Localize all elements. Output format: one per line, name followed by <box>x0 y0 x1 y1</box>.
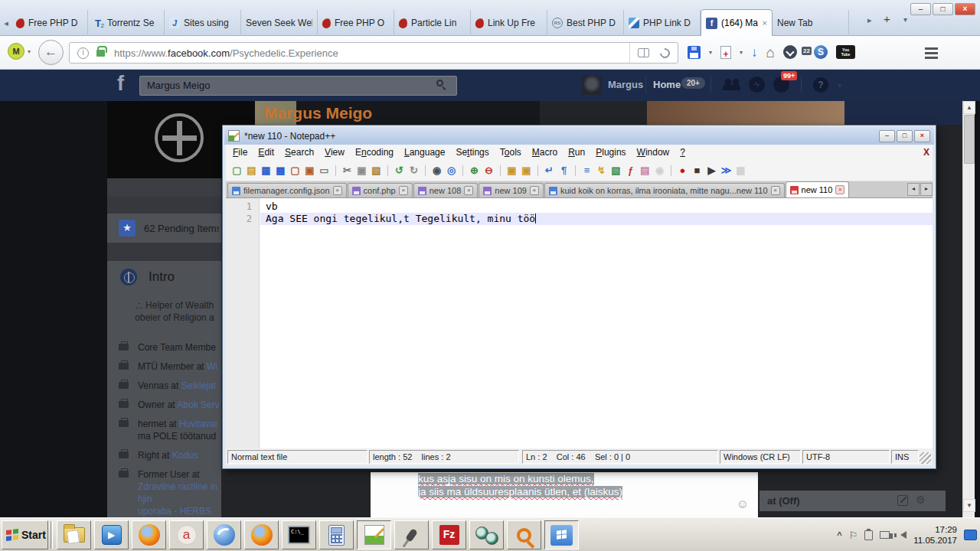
taskbar-command-prompt[interactable] <box>282 520 316 549</box>
back-button[interactable]: ← <box>38 40 64 65</box>
network-tray-icon[interactable] <box>880 531 890 539</box>
about-link-2[interactable]: uporaba - HERBS <box>138 506 211 517</box>
macro-stop-icon[interactable]: ■ <box>690 164 704 178</box>
menu-hamburger-icon[interactable] <box>925 47 938 50</box>
maximize-button[interactable]: □ <box>897 130 913 142</box>
tab-best-php-d[interactable]: Best PHP D <box>547 10 624 36</box>
menu-plugins[interactable]: Plugins <box>590 147 631 158</box>
doc-close-x[interactable]: X <box>923 147 929 158</box>
paste-icon[interactable]: ▧ <box>369 164 384 178</box>
reader-mode-icon[interactable] <box>638 48 649 57</box>
status-eol-format[interactable]: Windows (CR LF) <box>720 450 801 464</box>
page-info-icon[interactable]: i <box>77 47 89 59</box>
status-insert-mode[interactable]: INS <box>891 450 919 464</box>
show-all-characters-icon[interactable]: ¶ <box>557 164 571 178</box>
resize-grip[interactable] <box>920 452 931 464</box>
taskbar-notepadpp[interactable] <box>357 520 391 549</box>
open-file-icon[interactable]: ▤ <box>244 164 259 178</box>
taskbar-microphone[interactable] <box>394 520 429 549</box>
indent-guide-icon[interactable]: ≡ <box>580 164 594 178</box>
save-caret-icon[interactable]: ▾ <box>709 49 712 56</box>
https-lock-icon[interactable] <box>96 50 105 57</box>
tab-php-link-d[interactable]: PHP Link D <box>624 10 701 36</box>
tab-scroll-left-icon[interactable]: ◂ <box>907 183 920 196</box>
friend-requests-icon[interactable] <box>723 79 743 91</box>
url-bar[interactable]: i https://www.facebook.com/Psychedelic.E… <box>69 42 678 64</box>
scroll-down-icon[interactable]: ▼ <box>963 499 975 512</box>
about-link[interactable]: Abok Serv <box>177 399 219 410</box>
menu-settings[interactable]: Settings <box>450 147 494 158</box>
close-button[interactable]: × <box>955 3 975 15</box>
youtube-icon[interactable] <box>836 45 855 59</box>
start-button[interactable]: Start <box>2 520 48 549</box>
copy-icon[interactable]: ▣ <box>354 164 369 178</box>
menu-view[interactable]: View <box>319 147 350 158</box>
folder-as-workspace-icon[interactable]: ▤ <box>638 164 652 178</box>
notepadpp-title-bar[interactable]: *new 110 - Notepad++ – □ × <box>224 127 934 145</box>
facebook-logo[interactable]: f <box>117 72 124 96</box>
scrollbar-thumb[interactable] <box>964 115 975 164</box>
extension-caret-icon[interactable]: ▾ <box>28 48 31 55</box>
shortcut-mapper-icon[interactable]: ↯ <box>594 164 609 178</box>
taskbar-calculator[interactable] <box>319 520 354 549</box>
tab-scroll-left-icon[interactable]: ◂ <box>1 14 11 32</box>
editor-line[interactable]: Aga SEE ongi tegelikul,t Tegelikult, min… <box>260 213 933 225</box>
zoom-out-icon[interactable]: ⊖ <box>482 164 496 178</box>
search-icon[interactable] <box>436 80 443 86</box>
print-icon[interactable]: ▭ <box>317 164 332 178</box>
messenger-icon[interactable] <box>749 77 765 93</box>
tab-close-icon[interactable]: × <box>530 186 539 195</box>
about-link[interactable]: Wi <box>207 361 217 372</box>
macro-record-icon[interactable]: ● <box>675 164 690 178</box>
tab-close-icon[interactable]: × <box>835 185 844 194</box>
tab-particle-lin[interactable]: Particle Lin <box>394 10 471 36</box>
minimize-button[interactable]: – <box>879 130 895 142</box>
url-text[interactable]: https://www.facebook.com/Psychedelic.Exp… <box>114 47 338 59</box>
menu-edit[interactable]: Edit <box>253 147 279 158</box>
taskbar-explorer[interactable] <box>57 520 91 549</box>
menu-file[interactable]: File <box>227 147 253 158</box>
action-center-flag-icon[interactable]: ⚐ <box>849 530 858 541</box>
editor-line[interactable]: vb <box>260 201 933 213</box>
account-caret-icon[interactable]: ▾ <box>838 81 841 90</box>
tab-torrentz[interactable]: Torrentz Se <box>88 10 165 36</box>
redo-icon[interactable]: ↻ <box>407 164 421 178</box>
menu-search[interactable]: Search <box>279 147 319 158</box>
tab-close-icon[interactable]: × <box>399 186 408 195</box>
tab-close-icon[interactable]: × <box>763 18 767 28</box>
tab-new-tab[interactable]: New Tab <box>773 10 849 36</box>
clock[interactable]: 17:29 11.05.2017 <box>913 524 957 546</box>
profile-link[interactable]: Margus <box>608 79 643 90</box>
undo-icon[interactable]: ↺ <box>392 164 407 178</box>
close-button[interactable]: × <box>914 130 930 142</box>
tab-seven-seek[interactable]: Seven Seek Wel <box>241 10 318 36</box>
sync-vertical-icon[interactable]: ▣ <box>505 164 519 178</box>
taskbar-firefox[interactable] <box>132 520 166 549</box>
pending-items-card[interactable]: ★ 62 Pending Items <box>107 214 221 243</box>
taskbar-filezilla[interactable] <box>432 520 466 549</box>
menu-run[interactable]: Run <box>563 147 590 158</box>
pocket-icon[interactable] <box>783 45 797 59</box>
taskbar-windows-update[interactable] <box>544 520 579 549</box>
clipboard-tray-icon[interactable] <box>864 530 873 540</box>
about-link[interactable]: Kodus <box>172 450 198 461</box>
add-page-caret-icon[interactable]: ▾ <box>740 49 743 56</box>
tab-scroll-right-icon[interactable]: ▸ <box>920 183 933 196</box>
save-all-icon[interactable]: ▩ <box>273 164 288 178</box>
menu-macro[interactable]: Macro <box>527 147 563 158</box>
compose-icon[interactable] <box>897 495 908 506</box>
word-wrap-icon[interactable]: ↵ <box>542 164 557 178</box>
volume-tray-icon[interactable] <box>897 531 906 539</box>
tab-close-icon[interactable]: × <box>464 186 473 195</box>
reload-icon[interactable] <box>658 46 671 60</box>
save-file-icon[interactable]: ▦ <box>259 164 273 178</box>
menu-tools[interactable]: Tools <box>495 147 527 158</box>
help-icon[interactable]: ? <box>813 77 828 93</box>
doc-tab-new-108[interactable]: new 108 × <box>413 183 479 197</box>
document-map-icon[interactable]: ▧ <box>609 164 623 178</box>
cut-icon[interactable]: ✂ <box>340 164 354 178</box>
about-link[interactable]: Huvitavar <box>179 419 218 429</box>
tab-scroll-right-icon[interactable]: ▸ <box>867 15 872 25</box>
about-link[interactable]: Zdravilne rastline in hjin <box>138 481 217 504</box>
monitoring-icon[interactable]: ◉ <box>652 164 667 178</box>
